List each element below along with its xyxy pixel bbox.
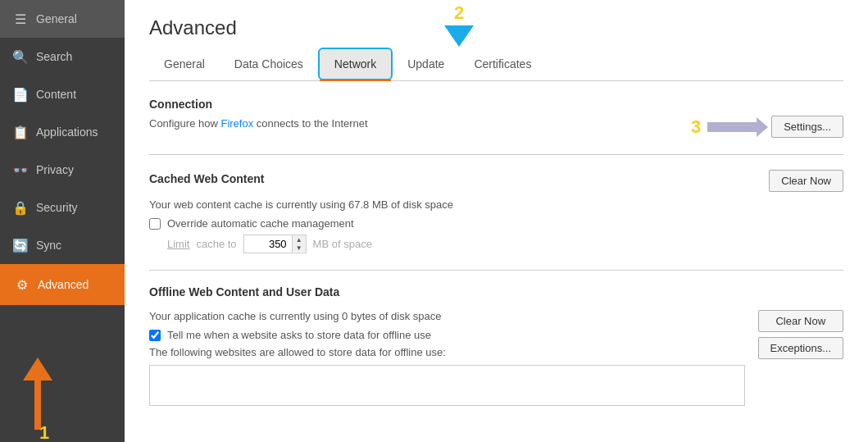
sidebar-item-general[interactable]: ☰ General [0,0,125,38]
tabs: General Data Choices Network Update Cert… [149,48,843,81]
tell-me-label: Tell me when a website asks to store dat… [167,329,431,341]
arrow-head [23,358,52,380]
tell-me-row: Tell me when a website asks to store dat… [149,329,745,341]
sidebar-label-sync: Sync [36,239,61,252]
sidebar-label-security: Security [36,201,78,214]
annotation-3-container: 3 [691,116,757,138]
sidebar-item-applications[interactable]: 📋 Applications [0,113,125,151]
annotation-3-arrow [707,122,757,132]
connection-description: Configure how Firefox connects to the In… [149,117,368,130]
override-checkbox-row: Override automatic cache management [149,217,843,230]
connection-title: Connection [149,98,843,111]
section-divider-1 [149,154,843,155]
connection-firefox-link[interactable]: Firefox [220,117,253,130]
applications-icon: 📋 [13,125,28,139]
sidebar-label-general: General [36,12,77,25]
general-icon: ☰ [13,11,28,26]
annotation-2-number: 2 [454,2,464,24]
sidebar-item-sync[interactable]: 🔄 Sync [0,226,125,264]
offline-title-row: Offline Web Content and User Data [149,285,843,303]
spinner-down[interactable]: ▼ [293,244,306,252]
offline-buttons: Clear Now Exceptions... [758,310,843,359]
limit-input[interactable] [243,235,293,253]
sidebar-label-search: Search [36,50,72,63]
sidebar-item-advanced[interactable]: ⚙ Advanced [0,264,125,305]
settings-button[interactable]: Settings... [771,116,843,138]
tell-me-checkbox[interactable] [149,330,161,341]
sidebar-label-privacy: Privacy [36,163,74,176]
tab-data-choices[interactable]: Data Choices [220,49,318,79]
content-icon: 📄 [13,87,28,102]
annotation-3-number: 3 [691,116,701,138]
limit-cache-to: cache to [196,238,236,250]
tab-general[interactable]: General [149,49,220,79]
section-divider-2 [149,270,843,271]
sync-icon: 🔄 [13,238,28,253]
cached-description: Your web content cache is currently usin… [149,198,843,211]
spinner: ▲ ▼ [293,235,307,253]
spinner-up[interactable]: ▲ [293,235,306,244]
sidebar-item-content[interactable]: 📄 Content [0,75,125,113]
connection-desc-suffix: connects to the Internet [253,117,367,130]
offline-exceptions-button[interactable]: Exceptions... [758,337,843,359]
sidebar-label-advanced: Advanced [38,278,89,291]
connection-section: Connection Configure how Firefox connect… [149,98,843,138]
tabs-wrapper: 2 General Data Choices Network Update Ce… [125,48,868,81]
advanced-icon: ⚙ [15,277,30,292]
security-icon: 🔒 [13,200,28,215]
offline-description: Your application cache is currently usin… [149,310,745,322]
annotation-1-arrow [23,358,52,430]
settings-content: Connection Configure how Firefox connect… [125,81,868,442]
tab-network[interactable]: Network [318,48,393,80]
limit-row: Limit cache to ▲ ▼ MB of space [167,235,843,253]
cached-title-row: Cached Web Content Clear Now [149,170,843,192]
arrow-body [707,122,757,132]
sidebar-nav: ☰ General 🔍 Search 📄 Content 📋 Applicati… [0,0,125,442]
privacy-icon: 👓 [13,162,28,177]
annotation-2-arrow [444,25,474,47]
annotation-2-container: 2 [444,2,474,47]
cached-web-content-section: Cached Web Content Clear Now Your web co… [149,170,843,253]
sidebar-item-search[interactable]: 🔍 Search [0,38,125,75]
connection-right: 3 Settings... [691,116,843,138]
search-icon: 🔍 [13,49,28,64]
sidebar-item-privacy[interactable]: 👓 Privacy [0,151,125,189]
following-label: The following websites are allowed to st… [149,346,745,358]
sidebar-label-applications: Applications [36,125,98,139]
tab-certificates[interactable]: Certificates [459,49,546,79]
override-cache-checkbox[interactable] [149,218,161,230]
sidebar: ☰ General 🔍 Search 📄 Content 📋 Applicati… [0,0,125,442]
limit-unit: MB of space [313,238,372,250]
allowed-websites-list [149,365,745,406]
sidebar-label-content: Content [36,88,76,101]
cached-clear-now-button[interactable]: Clear Now [769,170,843,192]
tab-update[interactable]: Update [393,49,459,79]
page-title: Advanced [125,0,868,48]
limit-link[interactable]: Limit [167,238,189,250]
offline-title: Offline Web Content and User Data [149,285,339,298]
offline-section: Offline Web Content and User Data Your a… [149,285,843,406]
offline-left: Your application cache is currently usin… [149,310,745,406]
cached-title: Cached Web Content [149,172,265,185]
sidebar-item-security[interactable]: 🔒 Security [0,189,125,226]
annotation-1-number: 1 [39,422,49,442]
connection-row: Configure how Firefox connects to the In… [149,116,843,138]
limit-spinner-wrapper: ▲ ▼ [243,235,307,253]
override-cache-label: Override automatic cache management [167,217,354,230]
offline-clear-now-button[interactable]: Clear Now [758,310,843,332]
main-content: Advanced 2 General Data Choices Network … [125,0,868,442]
connection-desc-prefix: Configure how [149,117,220,130]
